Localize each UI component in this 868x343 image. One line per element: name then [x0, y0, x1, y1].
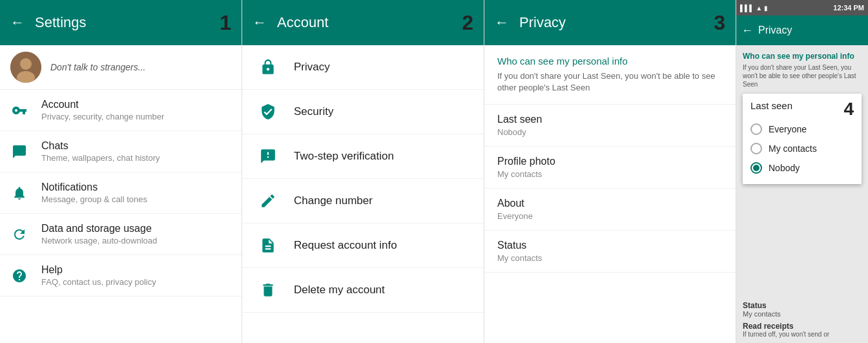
privacy-info-section: Who can see my personal info If you don'…	[484, 45, 736, 105]
dialog-number: 4	[843, 99, 854, 120]
phone-who-title: Who can see my personal info	[743, 52, 862, 61]
option-my-contacts[interactable]: My contacts	[750, 139, 854, 158]
option-nobody[interactable]: Nobody	[750, 158, 854, 178]
account-list: Privacy Security Two-step verification C…	[242, 45, 484, 343]
data-label: Data and storage usage	[41, 223, 157, 234]
settings-item-data[interactable]: Data and storage usage Network usage, au…	[0, 214, 242, 255]
privacy-number: 3	[714, 11, 725, 35]
settings-item-account[interactable]: Account Privacy, security, change number	[0, 90, 242, 131]
who-can-see-desc: If you don't share your Last Seen, you w…	[497, 70, 723, 94]
option-nobody-label: Nobody	[769, 163, 800, 173]
dialog-title: Last seen	[750, 100, 792, 111]
data-sublabel: Network usage, auto-download	[41, 236, 157, 245]
privacy-item-status[interactable]: Status My contacts	[484, 231, 736, 273]
account-title: Account	[277, 14, 446, 31]
phone-back-arrow[interactable]: ←	[741, 24, 753, 37]
radio-everyone[interactable]	[750, 123, 762, 135]
phone-content: Who can see my personal info If you don'…	[736, 45, 868, 296]
avatar	[10, 52, 41, 83]
phone-status-section-value: My contacts	[743, 310, 862, 318]
help-icon	[10, 267, 28, 285]
account-item-change-number[interactable]: Change number	[242, 179, 484, 223]
about-value: Everyone	[497, 211, 723, 221]
privacy-back-arrow[interactable]: ←	[495, 14, 509, 31]
phone-privacy-header: ← Privacy	[736, 16, 868, 45]
settings-text-account: Account Privacy, security, change number	[41, 99, 164, 121]
last-seen-label: Last seen	[497, 114, 723, 125]
option-everyone-label: Everyone	[769, 124, 807, 134]
privacy-title: Privacy	[519, 14, 698, 31]
phone-time: 12:34 PM	[833, 4, 864, 12]
privacy-item-last-seen[interactable]: Last seen Nobody	[484, 105, 736, 147]
account-back-arrow[interactable]: ←	[253, 14, 267, 31]
account-item-request-info[interactable]: Request account info	[242, 223, 484, 268]
phone-edit-icon	[258, 191, 278, 211]
status-icons: ▌▌▌ ▲ ▮	[740, 5, 768, 12]
settings-item-chats[interactable]: Chats Theme, wallpapers, chat history	[0, 131, 242, 172]
doc-icon	[258, 235, 278, 256]
settings-panel: ← Settings 1 Don't talk to strangers... …	[0, 0, 242, 343]
settings-text-help: Help FAQ, contact us, privacy policy	[41, 264, 156, 287]
radio-nobody[interactable]	[750, 162, 762, 174]
account-item-two-step[interactable]: Two-step verification	[242, 134, 484, 179]
account-label: Account	[41, 99, 164, 110]
two-step-label: Two-step verification	[294, 150, 394, 163]
signal-icon: ▌▌▌	[740, 5, 754, 12]
wifi-icon: ▲	[756, 5, 762, 12]
battery-icon: ▮	[764, 5, 768, 12]
notifications-sublabel: Message, group & call tones	[41, 194, 147, 204]
trash-icon	[258, 280, 278, 300]
settings-list: Account Privacy, security, change number…	[0, 90, 242, 343]
account-item-delete[interactable]: Delete my account	[242, 268, 484, 313]
bell-icon	[10, 184, 28, 202]
privacy-label: Privacy	[294, 61, 330, 74]
privacy-panel: ← Privacy 3 Who can see my personal info…	[484, 0, 736, 343]
chats-label: Chats	[41, 140, 160, 152]
help-sublabel: FAQ, contact us, privacy policy	[41, 277, 156, 287]
delete-account-label: Delete my account	[294, 284, 385, 296]
refresh-icon	[10, 225, 28, 244]
privacy-item-profile-photo[interactable]: Profile photo My contacts	[484, 147, 736, 189]
chats-sublabel: Theme, wallpapers, chat history	[41, 153, 160, 163]
change-number-label: Change number	[294, 194, 373, 207]
phone-who-desc: If you don't share your Last Seen, you w…	[743, 63, 862, 88]
radio-nobody-fill	[753, 165, 760, 171]
status-value: My contacts	[497, 253, 723, 263]
lock-icon	[258, 57, 278, 78]
option-everyone[interactable]: Everyone	[750, 120, 854, 139]
radio-my-contacts[interactable]	[750, 143, 762, 154]
settings-item-help[interactable]: Help FAQ, contact us, privacy policy	[0, 255, 242, 296]
profile-name: Don't talk to strangers...	[50, 62, 145, 72]
privacy-header: ← Privacy 3	[484, 0, 736, 45]
privacy-list: Last seen Nobody Profile photo My contac…	[484, 105, 736, 343]
option-my-contacts-label: My contacts	[769, 143, 817, 154]
settings-number: 1	[220, 11, 231, 35]
settings-text-notifications: Notifications Message, group & call tone…	[41, 182, 147, 204]
last-seen-value: Nobody	[497, 127, 723, 137]
phone-status-section-label: Status	[743, 301, 862, 310]
profile-photo-label: Profile photo	[497, 156, 723, 167]
phone-read-receipts-desc: If turned off, you won't send or	[743, 331, 862, 338]
account-item-security[interactable]: Security	[242, 90, 484, 134]
chat-icon	[10, 143, 28, 161]
dots-icon	[258, 146, 278, 167]
account-item-privacy[interactable]: Privacy	[242, 45, 484, 90]
request-info-label: Request account info	[294, 239, 397, 252]
account-header: ← Account 2	[242, 0, 484, 45]
phone-read-receipts-label: Read receipts	[743, 322, 862, 331]
phone-bottom-info: Status My contacts Read receipts If turn…	[736, 296, 868, 343]
account-sublabel: Privacy, security, change number	[41, 112, 164, 121]
help-label: Help	[41, 264, 156, 276]
security-label: Security	[294, 105, 333, 118]
svg-point-1	[20, 58, 32, 70]
privacy-item-about[interactable]: About Everyone	[484, 189, 736, 231]
account-number: 2	[462, 11, 473, 35]
notifications-label: Notifications	[41, 182, 147, 193]
phone-privacy-title: Privacy	[758, 25, 792, 36]
key-icon	[10, 101, 28, 120]
profile-row[interactable]: Don't talk to strangers...	[0, 45, 242, 90]
settings-back-arrow[interactable]: ←	[10, 14, 25, 31]
settings-header: ← Settings 1	[0, 0, 242, 45]
last-seen-dialog-panel: ▌▌▌ ▲ ▮ 12:34 PM ← Privacy Who can see m…	[736, 0, 868, 343]
settings-item-notifications[interactable]: Notifications Message, group & call tone…	[0, 172, 242, 214]
